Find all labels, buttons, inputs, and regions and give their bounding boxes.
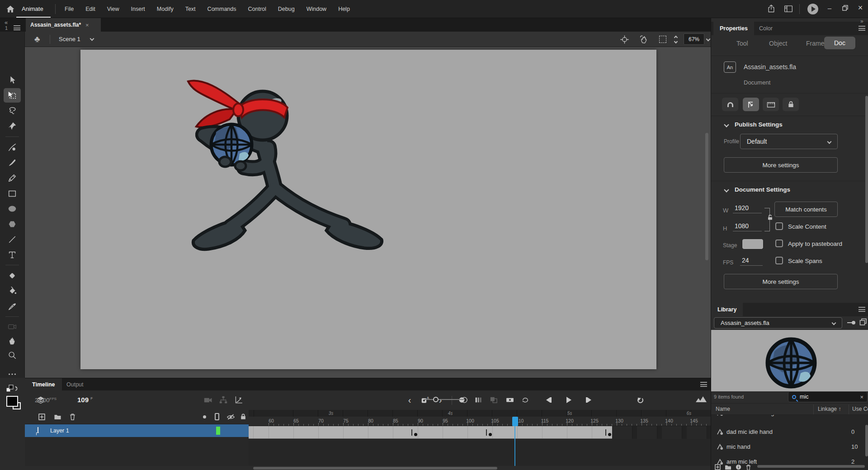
text-tool[interactable] <box>4 248 21 262</box>
library-scrollbar[interactable] <box>865 425 868 456</box>
polystar-tool[interactable] <box>4 217 21 231</box>
library-search-input[interactable]: mic × <box>788 391 868 402</box>
tab-library[interactable]: Library <box>711 303 743 316</box>
timeline-panel-menu-icon[interactable] <box>700 382 707 387</box>
playhead[interactable] <box>512 417 518 426</box>
free-transform-tool[interactable] <box>4 88 21 103</box>
highlight-layers-icon[interactable] <box>203 415 206 418</box>
lasso-tool[interactable] <box>4 103 21 118</box>
layer-frames-row[interactable] <box>249 426 711 439</box>
menu-item[interactable]: File <box>59 0 80 18</box>
workspace-icon[interactable] <box>784 5 793 14</box>
clip-content-icon[interactable] <box>659 36 666 43</box>
snap-align-toggle[interactable] <box>743 98 759 111</box>
layer-hierarchy-icon[interactable] <box>217 394 229 406</box>
collapse-dock-icon[interactable]: » <box>860 18 863 24</box>
menu-item[interactable]: Edit <box>80 0 101 18</box>
restore-button[interactable] <box>837 2 853 14</box>
document-settings-title[interactable]: Document Settings <box>735 186 790 193</box>
delete-layer-icon[interactable] <box>69 413 76 422</box>
onion-skin-outlines-icon[interactable] <box>472 394 484 406</box>
canvas-vertical-scrollbar[interactable] <box>705 133 708 260</box>
play-button[interactable] <box>563 394 575 406</box>
library-file-dropdown[interactable]: Assasin_assets.fla <box>714 317 842 329</box>
zoom-tool[interactable] <box>4 348 21 362</box>
properties-scrollbar[interactable] <box>865 96 868 263</box>
collapse-panel-icon[interactable]: « <box>5 19 8 26</box>
menu-item[interactable]: Control <box>242 0 272 18</box>
keyframe-dot[interactable] <box>489 433 492 436</box>
match-contents-button[interactable]: Match contents <box>774 202 838 217</box>
frame-ruler[interactable]: 6065707580859095100105110115120125130135… <box>249 417 711 426</box>
stage-color-swatch[interactable] <box>742 239 764 249</box>
graph-editor-icon[interactable] <box>233 394 245 406</box>
menu-item[interactable]: Window <box>301 0 332 18</box>
selection-tool[interactable] <box>4 73 21 87</box>
auto-keyframe-icon[interactable]: A <box>419 394 431 406</box>
list-item[interactable]: mic hand 10 <box>711 440 868 454</box>
step-back-icon[interactable] <box>543 394 555 406</box>
new-folder-icon[interactable] <box>725 464 731 470</box>
library-panel-menu-icon[interactable] <box>859 307 865 312</box>
publish-more-settings-button[interactable]: More settings <box>724 157 838 173</box>
fps-input[interactable]: 24 <box>740 256 763 266</box>
apply-pasteboard-checkbox[interactable] <box>775 240 783 247</box>
zoom-level-input[interactable]: 67% <box>684 33 704 45</box>
minimize-button[interactable]: – <box>822 2 837 14</box>
reset-timeline-zoom-icon[interactable] <box>634 394 646 406</box>
menu-item[interactable]: Insert <box>125 0 151 18</box>
menu-item[interactable]: Modify <box>151 0 179 18</box>
tab-properties[interactable]: Properties <box>713 22 754 35</box>
tab-timeline[interactable]: Timeline <box>25 378 62 390</box>
docsettings-collapse-icon[interactable] <box>724 187 729 192</box>
menu-item[interactable]: Debug <box>272 0 301 18</box>
stage[interactable] <box>80 50 656 369</box>
timeline-zoom-slider[interactable] <box>424 399 464 400</box>
symbols-icon[interactable]: ♣ <box>34 34 40 44</box>
search-clear-icon[interactable]: × <box>860 394 863 400</box>
lock-guides-toggle[interactable] <box>783 98 799 111</box>
rectangle-tool[interactable] <box>4 186 21 201</box>
document-tab-close-icon[interactable]: × <box>85 22 89 28</box>
fps-display[interactable]: 24.00FPS <box>35 397 57 404</box>
subtab-frame[interactable]: Frame <box>806 40 824 47</box>
properties-info-icon[interactable] <box>736 464 741 470</box>
camera-tool[interactable] <box>4 320 21 334</box>
classic-brush-tool[interactable] <box>4 155 21 170</box>
center-stage-icon[interactable] <box>620 35 629 45</box>
frames-area[interactable]: 3s4s5s6s 6065707580859095100105110115120… <box>249 410 711 466</box>
link-wh-lock-icon[interactable] <box>767 214 773 222</box>
scale-spans-checkbox[interactable] <box>775 257 783 264</box>
pasteboard[interactable] <box>25 47 711 378</box>
library-hscrollbar[interactable] <box>757 465 865 468</box>
frame-span-icon[interactable] <box>504 394 516 406</box>
camera-toggle-icon[interactable] <box>202 394 214 406</box>
hide-layers-icon[interactable] <box>226 414 235 422</box>
eyedropper-tool[interactable] <box>4 299 21 314</box>
current-frame-input[interactable]: 109 F <box>77 396 93 404</box>
column-linkage[interactable]: Linkage ↑ <box>818 406 841 412</box>
menu-item[interactable]: View <box>101 0 125 18</box>
pin-library-icon[interactable] <box>847 320 856 327</box>
scene-name[interactable]: Scene 1 <box>59 36 80 42</box>
line-tool[interactable] <box>4 232 21 247</box>
close-button[interactable]: × <box>853 2 868 14</box>
toolbar-menu-icon[interactable] <box>14 25 20 30</box>
paint-bucket-tool[interactable] <box>4 284 21 298</box>
timeline-hscrollbar[interactable] <box>253 467 497 470</box>
properties-panel-menu-icon[interactable] <box>859 26 865 31</box>
menu-item[interactable]: Text <box>179 0 202 18</box>
publish-settings-title[interactable]: Publish Settings <box>735 121 783 128</box>
document-tab[interactable]: Assasin_assets.fla* × <box>26 18 101 32</box>
edit-multiple-frames-icon[interactable] <box>488 394 500 406</box>
tab-color[interactable]: Color <box>753 22 779 35</box>
test-movie-button[interactable] <box>807 4 818 14</box>
list-item[interactable]: dad mic idle hand 0 <box>711 425 868 439</box>
rotate-tool-icon[interactable] <box>639 35 649 46</box>
oval-tool[interactable] <box>4 202 21 216</box>
lock-layers-icon[interactable] <box>240 413 246 422</box>
outline-layers-icon[interactable] <box>215 413 219 420</box>
subtab-object[interactable]: Object <box>769 40 787 47</box>
hand-tool[interactable] <box>4 334 21 348</box>
swap-colors-icon[interactable] <box>2 381 23 396</box>
